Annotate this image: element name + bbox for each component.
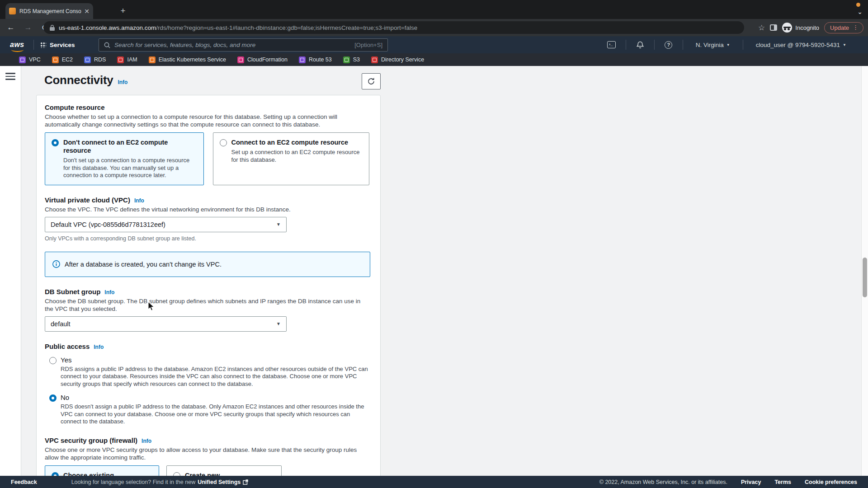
subnet-group-select[interactable]: default ▼ xyxy=(45,316,287,332)
subnet-info-link[interactable]: Info xyxy=(104,289,114,296)
bookmark-iam[interactable]: IAM xyxy=(117,56,137,63)
scrollbar-thumb[interactable] xyxy=(863,258,867,297)
security-group-info-link[interactable]: Info xyxy=(142,438,151,444)
bookmark-ec2[interactable]: EC2 xyxy=(52,56,73,63)
toolbar-right: ☆ Incognito Update ⋮ xyxy=(758,19,863,36)
divider xyxy=(743,40,743,50)
bookmark-rds[interactable]: RDS xyxy=(84,56,106,63)
radio-label: No xyxy=(61,394,369,401)
feedback-link[interactable]: Feedback xyxy=(11,479,37,485)
vpc-label: Virtual private cloud (VPC)Info xyxy=(45,196,369,204)
bookmark-eks[interactable]: Elastic Kubernetes Service xyxy=(149,56,226,63)
aws-top-nav: aws Services Search for services, featur… xyxy=(0,36,868,53)
chevron-down-icon: ▼ xyxy=(726,43,730,47)
option-title: Choose existing xyxy=(63,472,114,476)
subnet-group-label: DB Subnet groupInfo xyxy=(45,288,369,296)
aws-smile-icon xyxy=(11,47,24,52)
services-menu[interactable]: Services xyxy=(40,42,75,48)
radio-selected-icon[interactable] xyxy=(49,394,57,402)
url-text: us-east-1.console.aws.amazon.com/rds/hom… xyxy=(59,24,417,31)
divider xyxy=(683,40,683,50)
option-desc: Don't set up a connection to a compute r… xyxy=(63,157,197,179)
bookmark-star-icon[interactable]: ☆ xyxy=(758,23,765,33)
browser-menu-icon[interactable]: ⋮ xyxy=(853,25,859,30)
back-icon[interactable]: ← xyxy=(5,21,17,34)
account-menu[interactable]: cloud_user @ 9794-5920-5431▼ xyxy=(750,42,853,48)
hamburger-menu-icon[interactable] xyxy=(5,73,15,80)
notifications-bell-icon[interactable] xyxy=(632,41,648,49)
bookmark-route53[interactable]: Route 53 xyxy=(299,56,332,63)
cloudshell-icon[interactable]: ›_ xyxy=(604,41,619,48)
left-sidebar xyxy=(0,66,21,476)
subnet-group-field: DB Subnet groupInfo Choose the DB subnet… xyxy=(45,288,369,332)
chevron-down-icon: ▼ xyxy=(843,43,846,47)
option-title: Connect to an EC2 compute resource xyxy=(231,139,349,146)
route53-favicon-icon xyxy=(299,56,306,63)
public-access-yes[interactable]: Yes RDS assigns a public IP address to t… xyxy=(45,356,369,388)
security-group-desc: Choose one or more VPC security groups t… xyxy=(45,446,369,461)
radio-desc: RDS doesn't assign a public IP address t… xyxy=(61,403,369,426)
vpc-desc: Choose the VPC. The VPC defines the virt… xyxy=(45,206,369,213)
browser-tab-bar: RDS Management Console ✕ + ⌄ xyxy=(0,0,868,19)
vpc-info-link[interactable]: Info xyxy=(134,197,144,204)
compute-resource-label: Compute resource xyxy=(45,103,369,111)
help-icon[interactable]: ? xyxy=(661,41,676,49)
privacy-link[interactable]: Privacy xyxy=(741,479,761,485)
compute-resource-desc: Choose whether to set up a connection to… xyxy=(45,113,369,128)
alert-text: After a database is created, you can't c… xyxy=(65,261,222,268)
radio-icon[interactable] xyxy=(49,357,57,364)
forward-icon[interactable]: → xyxy=(22,21,34,34)
radio-selected-icon[interactable] xyxy=(52,472,59,476)
copyright-text: © 2022, Amazon Web Services, Inc. or its… xyxy=(599,479,727,485)
aws-nav-right: ›_ ? N. Virginia▼ cloud_user @ 9794-5920… xyxy=(604,36,853,53)
radio-icon[interactable] xyxy=(173,472,180,476)
option-dont-connect-ec2[interactable]: Don't connect to an EC2 compute resource… xyxy=(45,132,204,185)
bookmark-directory-service[interactable]: Directory Service xyxy=(371,56,424,63)
terms-link[interactable]: Terms xyxy=(774,479,791,485)
tab-close-icon[interactable]: ✕ xyxy=(84,8,90,15)
vpc-favicon-icon xyxy=(19,56,26,63)
public-access-info-link[interactable]: Info xyxy=(94,344,104,350)
new-tab-button[interactable]: + xyxy=(118,5,128,16)
browser-tab[interactable]: RDS Management Console ✕ xyxy=(5,3,93,19)
chrome-update-button[interactable]: Update ⋮ xyxy=(824,22,863,33)
caret-down-icon: ▼ xyxy=(276,222,281,227)
chevron-down-icon[interactable]: ⌄ xyxy=(857,8,863,15)
aws-logo[interactable]: aws xyxy=(10,41,27,49)
section-header: Connectivity Info xyxy=(44,73,381,89)
footer-right: © 2022, Amazon Web Services, Inc. or its… xyxy=(599,479,857,485)
page-viewport: Connectivity Info Compute resource Choos… xyxy=(0,66,868,476)
browser-toolbar: ← → ⟳ us-east-1.console.aws.amazon.com/r… xyxy=(0,19,868,36)
incognito-indicator: Incognito xyxy=(782,23,819,33)
side-panel-icon[interactable] xyxy=(770,24,777,31)
console-footer: Feedback Looking for language selection?… xyxy=(0,476,868,488)
bookmark-s3[interactable]: S3 xyxy=(343,56,360,63)
caret-down-icon: ▼ xyxy=(276,321,281,326)
cookie-preferences-link[interactable]: Cookie preferences xyxy=(805,479,857,485)
vpc-change-alert: After a database is created, you can't c… xyxy=(45,252,370,277)
option-create-new-sg[interactable]: Create new Create new VPC security group xyxy=(166,465,282,476)
rds-favicon-icon xyxy=(84,56,91,63)
public-access-no[interactable]: No RDS doesn't assign a public IP addres… xyxy=(45,394,369,426)
option-connect-ec2[interactable]: Connect to an EC2 compute resource Set u… xyxy=(213,132,370,185)
page-scrollbar[interactable] xyxy=(861,66,868,476)
region-selector[interactable]: N. Virginia▼ xyxy=(689,42,736,48)
main-content: Connectivity Info Compute resource Choos… xyxy=(36,66,381,476)
vpc-select[interactable]: Default VPC (vpc-0855d6d7781312eef) ▼ xyxy=(45,217,287,232)
radio-selected-icon[interactable] xyxy=(52,139,59,146)
ec2-favicon-icon xyxy=(52,56,59,63)
divider xyxy=(33,40,34,50)
aws-search-input[interactable]: Search for services, features, blogs, do… xyxy=(99,38,388,52)
eks-favicon-icon xyxy=(149,56,156,63)
connectivity-info-link[interactable]: Info xyxy=(118,79,127,85)
search-icon xyxy=(104,42,110,48)
refresh-button[interactable] xyxy=(362,73,381,89)
option-choose-existing-sg[interactable]: Choose existing Choose existing VPC secu… xyxy=(45,465,159,476)
address-bar[interactable]: us-east-1.console.aws.amazon.com/rds/hom… xyxy=(43,21,744,34)
unified-settings-link[interactable]: Unified Settings xyxy=(198,479,241,485)
radio-icon[interactable] xyxy=(220,139,227,146)
directory-service-favicon-icon xyxy=(371,56,378,63)
public-access-label: Public accessInfo xyxy=(45,343,369,350)
bookmark-cloudformation[interactable]: CloudFormation xyxy=(237,56,288,63)
bookmark-vpc[interactable]: VPC xyxy=(19,56,41,63)
